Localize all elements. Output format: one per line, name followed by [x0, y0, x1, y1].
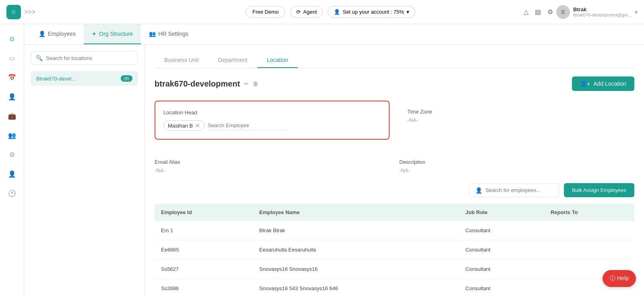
employees-icon: 👤: [39, 31, 45, 37]
tab-org-structure[interactable]: ✦ Org Structure: [84, 24, 141, 44]
delete-icon[interactable]: 🗑: [253, 80, 258, 87]
help-button[interactable]: ⓘ Help: [603, 270, 636, 287]
team-icon: 👥: [8, 132, 16, 139]
cell-id: Em 1: [155, 221, 253, 240]
emp-search-icon: 👤: [475, 187, 482, 194]
left-panel: 🔍 Btrak670-devel... (8): [24, 45, 145, 295]
cell-reports_to: [544, 240, 634, 260]
employee-search-field[interactable]: [208, 121, 288, 130]
content-area: 🔍 Btrak670-devel... (8) Business Unit De…: [24, 45, 644, 295]
cell-role: Consultant: [459, 260, 544, 279]
chevron-down-icon: ▾: [407, 9, 409, 15]
employee-table: Employee Id Employee Name Job Role Repor…: [155, 204, 634, 295]
setup-button[interactable]: 👤 Set up your account : 75% ▾: [328, 6, 415, 18]
description-label: Description: [399, 159, 634, 165]
cell-name: Snovasys16 Snovasys16: [253, 260, 459, 279]
location-search-box[interactable]: 🔍: [31, 51, 138, 65]
free-demo-button[interactable]: Free Demo: [246, 6, 285, 18]
add-location-button[interactable]: 👤+ Add Location: [572, 76, 634, 91]
bulk-assign-button[interactable]: Bulk Assign Employees: [564, 183, 634, 197]
table-row: Ss2686Snovasys16 543 Snovasys16 646Consu…: [155, 279, 634, 295]
profile-icon: 👤: [8, 170, 16, 178]
edit-icon[interactable]: ✏: [244, 80, 249, 87]
description-value: -NA-: [399, 167, 634, 173]
sidebar-item-home[interactable]: ⊙: [4, 31, 20, 47]
agent-button[interactable]: ⟳ Agent: [290, 6, 323, 18]
location-head-card: Location Head Masthan B ✕: [155, 101, 390, 140]
org-badge: (8): [121, 75, 132, 82]
email-alias-label: Email Alias: [155, 159, 390, 165]
avatar: B: [556, 5, 570, 19]
app-logo: ○: [6, 5, 21, 19]
cell-role: Consultant: [459, 240, 544, 260]
user-name: Btrak: [573, 6, 632, 12]
tag-name: Masthan B: [168, 123, 193, 129]
user-email: btrak670-development@gm...: [573, 12, 632, 17]
info-grid: Email Alias -NA- Description -NA-: [155, 159, 634, 173]
tag-remove-icon[interactable]: ✕: [195, 122, 200, 129]
sidebar-item-team[interactable]: 👥: [4, 127, 20, 143]
tag-input: Masthan B ✕: [163, 120, 381, 131]
tab-department[interactable]: Department: [208, 53, 257, 68]
right-panel: Business Unit Department Location btrak6…: [145, 45, 644, 295]
top-tabs: 👤 Employees ✦ Org Structure 👥 HR Setting…: [24, 24, 644, 45]
settings-icon: ⚙: [9, 151, 15, 159]
calendar-icon: ▭: [9, 54, 15, 62]
search-input[interactable]: [46, 55, 133, 61]
email-alias-section: Email Alias -NA-: [155, 159, 390, 173]
tab-business-unit[interactable]: Business Unit: [155, 53, 208, 68]
org-item[interactable]: Btrak670-devel... (8): [31, 71, 138, 86]
people-icon: 👤: [8, 93, 16, 101]
user-section[interactable]: B Btrak btrak670-development@gm... ▾: [556, 5, 638, 19]
timezone-label: Time Zone: [407, 109, 626, 115]
cell-role: Consultant: [459, 221, 544, 240]
cell-id: Ss2686: [155, 279, 253, 295]
org-icon: ✦: [92, 31, 97, 37]
tab-location[interactable]: Location: [257, 53, 298, 68]
table-row: Em 1Btrak BtrakConsultant: [155, 221, 634, 240]
main-wrapper: 👤 Employees ✦ Org Structure 👥 HR Setting…: [24, 24, 644, 295]
col-employee-name: Employee Name: [253, 204, 459, 221]
jobs-icon: 💼: [8, 112, 16, 120]
logo-dots: >>>: [24, 8, 35, 16]
time-icon: 🕐: [8, 190, 16, 197]
sidebar-item-profile[interactable]: 👤: [4, 166, 20, 182]
cell-name: Btrak Btrak: [253, 221, 459, 240]
settings-icon[interactable]: ⚙: [547, 8, 553, 16]
cell-name: Eesaruhulla Eesaruhulla: [253, 240, 459, 260]
sidebar-item-jobs[interactable]: 💼: [4, 108, 20, 124]
sidebar-item-calendar[interactable]: ▭: [4, 50, 20, 66]
employee-search-box[interactable]: 👤: [469, 184, 559, 197]
employee-search-input[interactable]: [485, 187, 553, 193]
home-icon: ⊙: [9, 35, 14, 43]
email-alias-value: -NA-: [155, 167, 390, 173]
cell-id: Ss5627: [155, 260, 253, 279]
tab-hr-settings[interactable]: 👥 HR Settings: [141, 24, 196, 44]
tab-employees[interactable]: 👤 Employees: [31, 24, 84, 44]
user-info: Btrak btrak670-development@gm...: [573, 6, 632, 17]
cell-role: Consultant: [459, 279, 544, 295]
sidebar-item-schedule[interactable]: 📅: [4, 69, 20, 85]
schedule-icon: 📅: [8, 74, 16, 81]
employee-tag: Masthan B ✕: [163, 120, 204, 131]
description-section: Description -NA-: [399, 159, 634, 173]
cell-name: Snovasys16 543 Snovasys16 646: [253, 279, 459, 295]
sidebar-item-time[interactable]: 🕐: [4, 185, 20, 201]
employee-search-row: 👤 Bulk Assign Employees: [155, 183, 634, 197]
sidebar-item-settings[interactable]: ⚙: [4, 146, 20, 163]
document-icon[interactable]: ▤: [535, 8, 541, 16]
agent-icon: ⟳: [296, 9, 301, 15]
sidebar-item-people[interactable]: 👤: [4, 89, 20, 105]
header-icons: △ ▤ ⚙: [524, 8, 553, 16]
alert-icon[interactable]: △: [524, 8, 528, 16]
col-reports-to: Reports To: [544, 204, 634, 221]
location-head-label: Location Head: [163, 109, 381, 116]
cell-id: Ee6665: [155, 240, 253, 260]
hr-icon: 👥: [149, 31, 156, 37]
col-employee-id: Employee Id: [155, 204, 253, 221]
setup-icon: 👤: [334, 9, 340, 15]
top-header: ○ >>> Free Demo ⟳ Agent 👤 Set up your ac…: [0, 0, 644, 24]
page-header: btrak670-development ✏ 🗑 👤+ Add Location: [155, 76, 634, 91]
table-row: Ee6665Eesaruhulla EesaruhullaConsultant: [155, 240, 634, 260]
table-row: Ss5627Snovasys16 Snovasys16Consultant: [155, 260, 634, 279]
